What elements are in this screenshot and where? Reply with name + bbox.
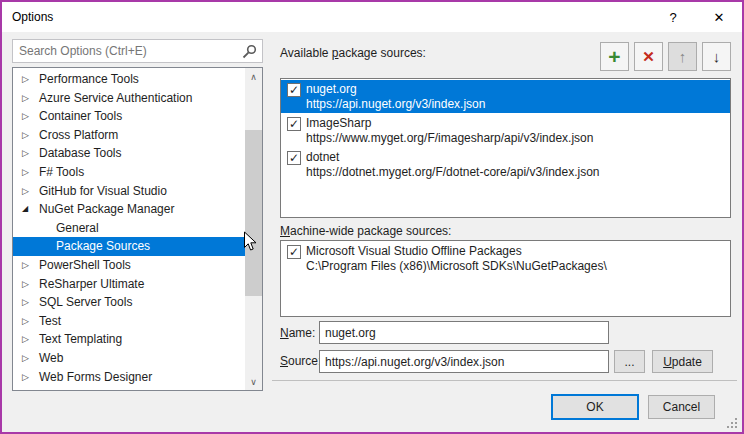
scroll-down-icon[interactable]: ∨ [245,373,262,390]
available-sources-list: ✓ nuget.org https://api.nuget.org/v3/ind… [280,78,731,218]
source-url: https://dotnet.myget.org/F/dotnet-core/a… [306,165,600,180]
dialog-title: Options [2,10,53,24]
options-dialog: Options ? ✕ ▷Performance Tools ▷Azure Se… [0,0,744,434]
source-item-dotnet[interactable]: ✓ dotnet https://dotnet.myget.org/F/dotn… [281,148,730,181]
tree-item-powershell-tools[interactable]: ▷PowerShell Tools [13,256,245,275]
chevron-right-icon[interactable]: ▷ [22,349,34,368]
checkbox-checked-icon[interactable]: ✓ [287,245,301,259]
tree-item-performance-tools[interactable]: ▷Performance Tools [13,70,245,89]
delete-x-icon: ✕ [642,48,655,66]
cancel-button[interactable]: Cancel [648,395,715,419]
source-url: C:\Program Files (x86)\Microsoft SDKs\Nu… [306,259,607,274]
tree-item-text-templating[interactable]: ▷Text Templating [13,330,245,349]
tree-item-fsharp-tools[interactable]: ▷F# Tools [13,163,245,182]
source-name: nuget.org [306,81,485,97]
chevron-right-icon[interactable]: ▷ [22,163,34,182]
machine-sources-list: ✓ Microsoft Visual Studio Offline Packag… [280,240,731,317]
tree-item-database-tools[interactable]: ▷Database Tools [13,144,245,163]
checkbox-checked-icon[interactable]: ✓ [287,117,301,131]
options-tree: ▷Performance Tools ▷Azure Service Authen… [12,67,263,391]
chevron-right-icon[interactable]: ▷ [22,293,34,312]
arrow-up-icon: ↑ [679,48,687,65]
tree-item-web-performance-test-tools[interactable]: ▷Web Performance Test Tools [13,386,245,390]
chevron-right-icon[interactable]: ▷ [22,182,34,201]
name-label: Name: [280,326,315,340]
search-box [12,39,263,63]
source-url: https://api.nuget.org/v3/index.json [306,97,485,112]
scroll-up-icon[interactable]: ∧ [245,68,262,85]
tree-item-github-for-visual-studio[interactable]: ▷GitHub for Visual Studio [13,182,245,201]
checkbox-checked-icon[interactable]: ✓ [287,83,301,97]
source-item-vs-offline-packages[interactable]: ✓ Microsoft Visual Studio Offline Packag… [281,242,730,275]
source-name: dotnet [306,149,600,165]
tree-item-web-forms-designer[interactable]: ▷Web Forms Designer [13,368,245,387]
close-button[interactable]: ✕ [696,2,742,32]
tree-item-nuget-package-manager[interactable]: ◢NuGet Package Manager [13,200,245,219]
tree-item-resharper-ultimate[interactable]: ▷ReSharper Ultimate [13,275,245,294]
plus-icon: + [608,45,620,69]
source-url: https://www.myget.org/F/imagesharp/api/v… [306,131,593,146]
tree-item-azure-service-authentication[interactable]: ▷Azure Service Authentication [13,89,245,108]
tree-item-package-sources[interactable]: Package Sources [13,237,245,256]
add-source-button[interactable]: + [600,42,629,71]
footer-separator [272,380,737,381]
name-field[interactable] [319,321,609,344]
search-icon[interactable] [242,44,257,59]
tree-scrollbar[interactable]: ∧ ∨ [245,68,262,390]
tree-rows: ▷Performance Tools ▷Azure Service Authen… [13,70,245,390]
chevron-right-icon[interactable]: ▷ [22,386,34,390]
chevron-right-icon[interactable]: ▷ [22,107,34,126]
source-item-imagesharp[interactable]: ✓ ImageSharp https://www.myget.org/F/ima… [281,114,730,147]
browse-button[interactable]: ... [614,350,645,373]
tree-item-container-tools[interactable]: ▷Container Tools [13,107,245,126]
tree-item-web[interactable]: ▷Web [13,349,245,368]
source-name: ImageSharp [306,115,593,131]
source-name: Microsoft Visual Studio Offline Packages [306,243,607,259]
tree-item-sql-server-tools[interactable]: ▷SQL Server Tools [13,293,245,312]
chevron-right-icon[interactable]: ▷ [22,126,34,145]
update-button[interactable]: Update [652,350,713,373]
scrollbar-thumb[interactable] [245,130,262,296]
source-item-nuget-org[interactable]: ✓ nuget.org https://api.nuget.org/v3/ind… [281,80,730,113]
chevron-right-icon[interactable]: ▷ [22,368,34,387]
chevron-right-icon[interactable]: ▷ [22,275,34,294]
source-field[interactable] [319,350,609,373]
chevron-right-icon[interactable]: ▷ [22,70,34,89]
move-up-button[interactable]: ↑ [668,42,697,71]
source-label: Source: [280,354,321,368]
available-sources-label: Available package sources: [280,46,426,60]
tree-item-test[interactable]: ▷Test [13,312,245,331]
remove-source-button[interactable]: ✕ [634,42,663,71]
help-button[interactable]: ? [650,2,696,32]
chevron-right-icon[interactable]: ▷ [22,144,34,163]
chevron-right-icon[interactable]: ▷ [22,312,34,331]
tree-item-general[interactable]: General [13,219,245,238]
checkbox-checked-icon[interactable]: ✓ [287,151,301,165]
arrow-down-icon: ↓ [713,48,721,65]
machine-sources-label: Machine-wide package sources: [280,224,451,238]
search-input[interactable] [13,40,262,62]
title-bar: Options ? ✕ [2,2,742,32]
chevron-right-icon[interactable]: ▷ [22,89,34,108]
chevron-expanded-icon[interactable]: ◢ [22,200,34,219]
chevron-right-icon[interactable]: ▷ [22,256,34,275]
chevron-right-icon[interactable]: ▷ [22,330,34,349]
move-down-button[interactable]: ↓ [702,42,731,71]
tree-item-cross-platform[interactable]: ▷Cross Platform [13,126,245,145]
ok-button[interactable]: OK [551,394,639,420]
resize-grip[interactable] [727,418,737,428]
